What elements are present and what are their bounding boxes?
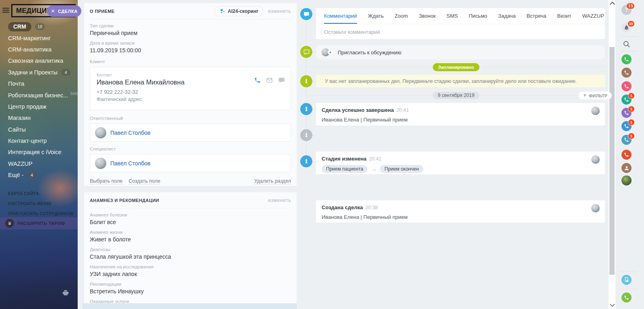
beta-label: beta xyxy=(70,91,78,96)
tab-zoom[interactable]: Zoom xyxy=(394,8,408,24)
info-icon-blue: i xyxy=(300,103,312,115)
field-value[interactable]: Болит все xyxy=(90,219,291,226)
field-value[interactable]: Встретить Ивнаушку xyxy=(90,288,291,295)
contact-person-icon[interactable] xyxy=(621,163,632,173)
avatar xyxy=(95,158,106,169)
filter-button[interactable]: ФИЛЬТР xyxy=(578,92,612,99)
chat-icon[interactable] xyxy=(278,77,285,84)
entry-time: 20:41 xyxy=(369,156,382,162)
comment-input[interactable]: Оставьте комментарий xyxy=(316,24,605,40)
client-card: Контакт Иванова Елена Михайловна +7 922 … xyxy=(90,67,291,110)
field-label: Оказанные услуги xyxy=(90,299,291,303)
sidebar-item-sites[interactable]: Сайты xyxy=(0,124,78,135)
user-avatar[interactable] xyxy=(621,175,632,185)
sidebar-item-rpa[interactable]: Роботизация бизнес...beta xyxy=(0,89,78,101)
notifications-button[interactable]: 10 xyxy=(621,23,632,33)
phone-channel-pink-icon[interactable] xyxy=(621,81,632,91)
sidebar-item-crm-marketing[interactable]: CRM-маркетинг xyxy=(0,32,78,43)
phone-channel-steel-icon[interactable]: 1 xyxy=(621,135,632,145)
contact-phone[interactable]: +7 922 222-32-32 xyxy=(97,89,284,95)
help-button[interactable]: ? 15 xyxy=(621,5,632,15)
create-field-link[interactable]: Создать поле xyxy=(129,178,161,184)
specialist-name-link[interactable]: Павел Столбов xyxy=(110,160,151,167)
channel-badge: 1 xyxy=(628,133,635,139)
call-icon[interactable] xyxy=(254,77,261,84)
sidebar-item-store[interactable]: Магазин xyxy=(0,112,78,124)
sitemap-link[interactable]: КАРТА САЙТА xyxy=(0,188,78,198)
sidebar-item-wazzup[interactable]: WAZZUP xyxy=(0,158,78,169)
scroll-down-arrow[interactable] xyxy=(610,302,615,307)
scrollbar-thumb[interactable] xyxy=(609,47,615,275)
sidebar-item-crm-analytics[interactable]: CRM-аналитика xyxy=(0,44,78,55)
vertical-scrollbar[interactable] xyxy=(609,0,615,309)
field-value[interactable]: УЗИ задних лапок xyxy=(90,271,291,278)
sidebar-item-tasks-projects[interactable]: Задачи и Проекты4 xyxy=(0,67,78,78)
tab-email[interactable]: Письмо xyxy=(469,8,487,24)
phone-channel-blue-icon[interactable]: 1 xyxy=(621,121,632,131)
sidebar-item-crm[interactable]: CRM 18 xyxy=(0,21,78,32)
tab-task[interactable]: Задача xyxy=(498,8,516,24)
sidebar: МЕДИЦИНА CRM 18 CRM-маркетинг CRM-аналит… xyxy=(0,0,78,309)
field-value[interactable]: Стала лягушкой эта принцесса xyxy=(90,253,291,260)
appointment-datetime-value[interactable]: 11.09.2019 15:00:00 xyxy=(90,47,291,54)
about-section-card: О ПРИЕМЕ AI24-скоринг изменить Тип сделк… xyxy=(84,3,297,186)
avatar xyxy=(591,107,600,115)
ai-scoring-button[interactable]: AI24-скоринг xyxy=(215,6,263,16)
sidebar-item-mail[interactable]: Почта xyxy=(0,78,78,89)
phone-channel-green-icon[interactable] xyxy=(621,54,632,64)
sidebar-item-contact-center[interactable]: Контакт-центр xyxy=(0,135,78,146)
field-value[interactable]: Живет в болоте xyxy=(90,236,291,243)
field-label: Ответственный xyxy=(90,115,291,121)
invite-to-discussion-button[interactable]: + Пригласить к обсуждению xyxy=(316,45,605,60)
delete-section-link[interactable]: Удалить раздел xyxy=(254,178,291,184)
timeline-entry-deal-created[interactable]: Создана сделка20:38 Иванова Елена | Перв… xyxy=(316,200,605,222)
configure-menu-link[interactable]: НАСТРОИТЬ МЕНЮ xyxy=(0,198,78,208)
tab-wazzup[interactable]: WAZZUP xyxy=(582,8,604,24)
no-planned-activities-notice: У вас нет запланированных дел. Передвинь… xyxy=(316,75,605,87)
tab-sms[interactable]: SMS xyxy=(446,8,458,24)
sidebar-item-sales-center[interactable]: Центр продаж xyxy=(0,101,78,112)
arrow-right-icon: → xyxy=(371,166,376,172)
date-separator: 9 сентября 2019 xyxy=(432,92,479,99)
hamburger-menu-icon[interactable] xyxy=(2,8,9,13)
phone-channel-brown-icon[interactable] xyxy=(621,68,632,78)
phone-channel-purple-icon[interactable]: 1 xyxy=(621,108,632,118)
select-field-link[interactable]: Выбрать поле xyxy=(90,178,123,184)
upgrade-plan-button[interactable]: ♛ РАСШИРИТЬ ТАРИФ xyxy=(0,217,78,229)
deal-type-value[interactable]: Первичный прием xyxy=(90,30,291,37)
deal-tab[interactable]: ✕ СДЕЛКА xyxy=(47,5,81,17)
search-button[interactable] xyxy=(621,39,632,49)
timeline-entry-stage-changed[interactable]: Стадия изменена20:41 Прием пациента → Пр… xyxy=(316,152,605,174)
anamnesis-section-card: АНАМНЕЗ И РЕКОМЕНДАЦИИ изменить Анамнез … xyxy=(84,192,297,303)
email-icon[interactable] xyxy=(266,77,273,84)
phone-channel-orange-icon[interactable] xyxy=(621,150,632,160)
info-icon-blue: i xyxy=(300,155,312,167)
close-icon[interactable]: ✕ xyxy=(51,8,55,14)
avatar xyxy=(95,127,106,138)
scroll-up-arrow[interactable] xyxy=(610,2,615,7)
tab-wait[interactable]: Ждать xyxy=(368,8,384,24)
sidebar-item-more[interactable]: Ещё -4 xyxy=(0,169,78,181)
help-notification-badge: 15 xyxy=(626,3,635,9)
phone-channel-teal-icon[interactable]: 1 xyxy=(621,95,632,105)
channel-badge: 1 xyxy=(628,119,635,126)
avatar xyxy=(591,204,600,212)
field-label: Рекомендации xyxy=(90,281,291,287)
timeline-entry-deal-completed[interactable]: Сделка успешно завершена20:41 Иванова Ел… xyxy=(316,103,605,126)
stage-to-pill: Прием окончен xyxy=(380,165,423,173)
add-user-plus-icon: + xyxy=(328,49,333,55)
telephony-icon[interactable] xyxy=(621,293,632,303)
sidebar-item-end-to-end-analytics[interactable]: Сквозная аналитика xyxy=(0,55,78,66)
owner-name-link[interactable]: Павел Столбов xyxy=(110,130,151,136)
mobile-app-icon[interactable] xyxy=(621,275,632,285)
tab-call[interactable]: Звонок xyxy=(419,8,436,24)
edit-section-link[interactable]: изменить xyxy=(268,198,291,203)
tab-meeting[interactable]: Встреча xyxy=(526,8,546,24)
contact-address[interactable]: Фактический адрес: xyxy=(97,97,284,102)
print-icon[interactable] xyxy=(62,289,69,297)
tab-comment[interactable]: Комментарий xyxy=(324,8,357,24)
tab-visit[interactable]: Визит xyxy=(557,8,571,24)
edit-section-link[interactable]: изменить xyxy=(268,8,291,14)
field-label: Тип сделки xyxy=(90,23,291,29)
sidebar-item-ivoice[interactable]: Интеграция с iVoice xyxy=(0,146,78,158)
